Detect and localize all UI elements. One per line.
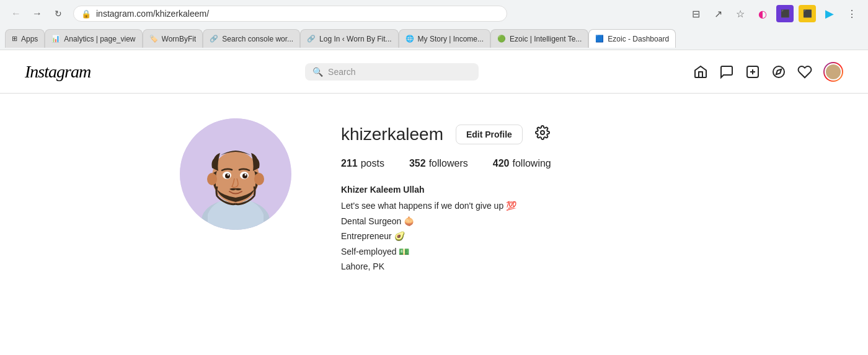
followers-label: followers [429, 158, 468, 169]
browser-action-icons: ⊟ ↗ ☆ ◐ ⬛ ⬛ ▶ ⋮ [687, 5, 861, 22]
home-icon[interactable] [693, 64, 708, 79]
lock-icon: 🔒 [81, 9, 91, 19]
messenger-icon[interactable] [719, 64, 734, 79]
following-label: following [513, 158, 551, 169]
bio-line-5: Lahore, PK [341, 260, 688, 273]
ezoic2-favicon: 🟦 [595, 35, 604, 43]
explore-icon[interactable] [771, 64, 786, 79]
posts-label: posts [361, 158, 384, 169]
following-count: 420 [493, 158, 510, 169]
vimeo-icon[interactable]: ▶ [821, 5, 838, 22]
tab-apps-label: Apps [21, 35, 38, 43]
tab-analytics[interactable]: 📊 Analytics | page_view [45, 29, 142, 48]
browser-toolbar: ← → ↻ 🔒 instagram.com/khizerkaleem/ ⊟ ↗ … [0, 0, 868, 27]
searchconsole-favicon: 🔗 [210, 35, 218, 43]
share-icon[interactable]: ↗ [709, 5, 727, 22]
avatar[interactable] [823, 62, 843, 82]
instagram-page: Instagram 🔍 [0, 50, 868, 355]
followers-stat[interactable]: 352 followers [409, 158, 468, 169]
svg-point-10 [254, 173, 264, 185]
tab-mystory-label: My Story | Income... [418, 35, 484, 43]
svg-marker-4 [776, 69, 781, 74]
avatar-illustration [180, 118, 291, 230]
username: khizerkaleem [341, 125, 443, 144]
bio-line-4: Self-employed 💵 [341, 245, 688, 258]
profile-section: khizerkaleem Edit Profile 211 posts [0, 94, 868, 287]
nav-buttons: ← → ↻ [7, 5, 67, 22]
tab-mystory[interactable]: 🌐 My Story | Income... [399, 29, 490, 48]
settings-icon[interactable] [535, 125, 550, 144]
instagram-logo: Instagram [25, 62, 91, 82]
tab-login-label: Log In ‹ Worn By Fit... [319, 35, 391, 43]
login-favicon: 🔗 [307, 35, 316, 43]
svg-point-16 [245, 174, 247, 176]
username-row: khizerkaleem Edit Profile [341, 125, 688, 144]
analytics-favicon: 📊 [51, 35, 60, 43]
posts-stat[interactable]: 211 posts [341, 158, 384, 169]
tab-ezoic2[interactable]: 🟦 Ezoic - Dashboard [588, 29, 676, 48]
search-bar[interactable]: 🔍 [305, 63, 479, 81]
svg-point-9 [207, 173, 217, 185]
profile-picture [180, 118, 291, 230]
extension-puzzle-icon[interactable]: ⬛ [776, 5, 794, 22]
followers-count: 352 [409, 158, 426, 169]
tab-searchconsole[interactable]: 🔗 Search console wor... [203, 29, 300, 48]
following-stat[interactable]: 420 following [493, 158, 551, 169]
profile-stats: 211 posts 352 followers 420 following [341, 158, 688, 169]
tab-login[interactable]: 🔗 Log In ‹ Worn By Fit... [300, 29, 398, 48]
yellow-ext-icon[interactable]: ⬛ [799, 5, 816, 22]
profile-info: khizerkaleem Edit Profile 211 posts [341, 118, 688, 274]
tab-ezoic1-label: Ezoic | Intelligent Te... [510, 35, 582, 43]
tab-wornbyfit[interactable]: 🏷️ WornByFit [143, 29, 203, 48]
translate-icon[interactable]: ⊟ [687, 5, 704, 22]
svg-point-15 [228, 174, 229, 176]
profile-bio: Khizer Kaleem Ullah Let's see what happe… [341, 183, 688, 273]
url-text: instagram.com/khizerkaleem/ [96, 9, 499, 19]
more-options-icon[interactable]: ⋮ [843, 5, 861, 22]
edit-profile-button[interactable]: Edit Profile [456, 125, 523, 144]
create-icon[interactable] [745, 64, 760, 79]
search-input[interactable] [328, 67, 471, 77]
search-icon: 🔍 [312, 67, 323, 77]
apps-favicon: ⊞ [12, 35, 17, 43]
instagram-header: Instagram 🔍 [0, 50, 868, 94]
profile-picture-wrapper [180, 118, 291, 230]
avatar-inner [825, 63, 842, 81]
wornbyfit-favicon: 🏷️ [149, 35, 158, 43]
nav-icons [693, 62, 843, 82]
bio-line-2: Dental Surgeon 🧅 [341, 214, 688, 228]
tab-ezoic1[interactable]: 🟢 Ezoic | Intelligent Te... [490, 29, 588, 48]
bio-line-3: Entrepreneur 🥑 [341, 229, 688, 243]
svg-point-8 [212, 151, 259, 203]
tab-analytics-label: Analytics | page_view [64, 35, 135, 43]
full-name: Khizer Kaleem Ullah [341, 183, 688, 196]
address-bar[interactable]: 🔒 instagram.com/khizerkaleem/ [73, 6, 507, 22]
back-button[interactable]: ← [7, 5, 25, 22]
svg-point-3 [773, 66, 784, 77]
heart-icon[interactable] [797, 64, 812, 79]
ezoic1-favicon: 🟢 [497, 35, 506, 43]
svg-point-17 [541, 131, 544, 134]
forward-button[interactable]: → [29, 5, 46, 22]
tab-wornbyfit-label: WornByFit [162, 35, 197, 43]
browser-chrome: ← → ↻ 🔒 instagram.com/khizerkaleem/ ⊟ ↗ … [0, 0, 868, 50]
bookmark-icon[interactable]: ☆ [732, 5, 749, 22]
refresh-button[interactable]: ↻ [50, 5, 67, 22]
tab-apps[interactable]: ⊞ Apps [5, 29, 45, 48]
tab-searchconsole-label: Search console wor... [222, 35, 293, 43]
tab-ezoic2-label: Ezoic - Dashboard [608, 35, 669, 43]
serpent-icon[interactable]: ◐ [754, 5, 771, 22]
posts-count: 211 [341, 158, 358, 169]
profile-content: khizerkaleem Edit Profile 211 posts [155, 118, 713, 274]
mystory-favicon: 🌐 [405, 35, 414, 43]
tabs-bar: ⊞ Apps 📊 Analytics | page_view 🏷️ WornBy… [0, 27, 868, 50]
bio-line-1: Let's see what happens if we don't give … [341, 199, 688, 213]
